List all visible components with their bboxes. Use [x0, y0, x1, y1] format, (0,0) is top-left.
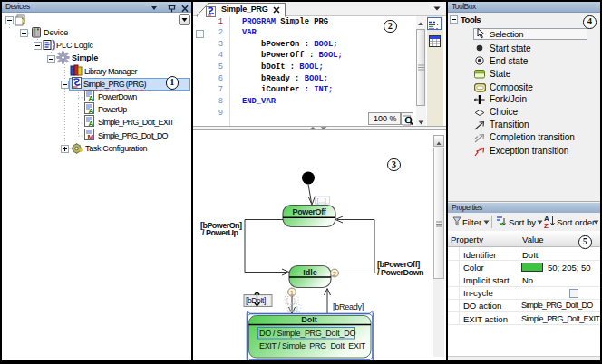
- svg-text:2: 2: [333, 269, 337, 277]
- svg-text:Idle: Idle: [303, 267, 317, 276]
- svg-text:[...]: [...]: [289, 305, 298, 312]
- svg-text:A: A: [89, 107, 94, 114]
- svg-text:DoIt: DoIt: [301, 315, 317, 324]
- svg-text:M: M: [88, 133, 94, 140]
- svg-text:[...]: [...]: [286, 297, 296, 304]
- svg-text:PowerOff: PowerOff: [293, 207, 327, 216]
- svg-text:EXIT / Simple_PRG_DoIt_EXIT: EXIT / Simple_PRG_DoIt_EXIT: [259, 340, 366, 350]
- svg-text:[bReady]: [bReady]: [333, 302, 364, 311]
- svg-text:A: A: [89, 120, 94, 127]
- svg-text:/ PowerDown: / PowerDown: [377, 267, 423, 276]
- svg-text:Z: Z: [544, 222, 549, 229]
- svg-text:DO / Simple_PRG_DoIt_DO: DO / Simple_PRG_DoIt_DO: [259, 329, 355, 338]
- svg-text:A: A: [89, 94, 94, 101]
- svg-text:/ PowerUp: / PowerUp: [202, 228, 239, 237]
- svg-text:[...]: [...]: [317, 196, 326, 204]
- svg-text:1: 1: [290, 288, 295, 296]
